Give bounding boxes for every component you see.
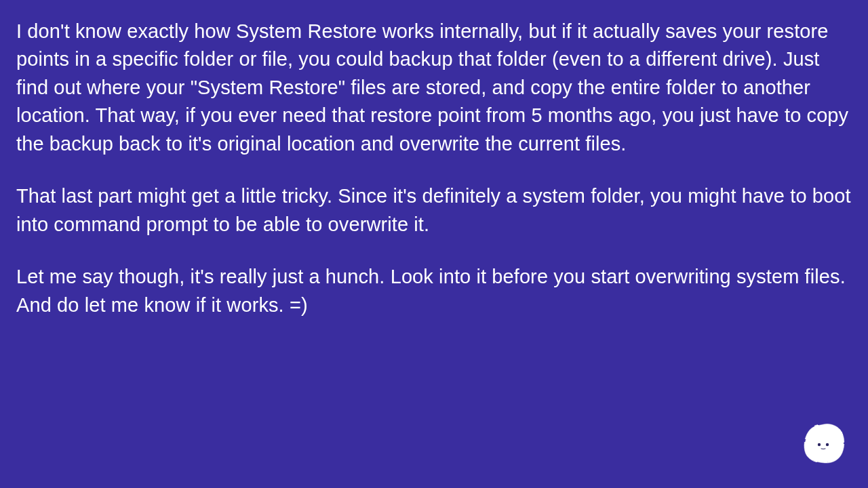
paragraph-3: Let me say though, it's really just a hu… — [16, 263, 852, 319]
svg-point-1 — [826, 443, 829, 446]
paragraph-1: I don't know exactly how System Restore … — [16, 18, 852, 158]
svg-point-0 — [818, 443, 821, 446]
post-body: I don't know exactly how System Restore … — [16, 18, 852, 319]
avatar-blob-icon — [802, 422, 846, 465]
paragraph-2: That last part might get a little tricky… — [16, 182, 852, 239]
